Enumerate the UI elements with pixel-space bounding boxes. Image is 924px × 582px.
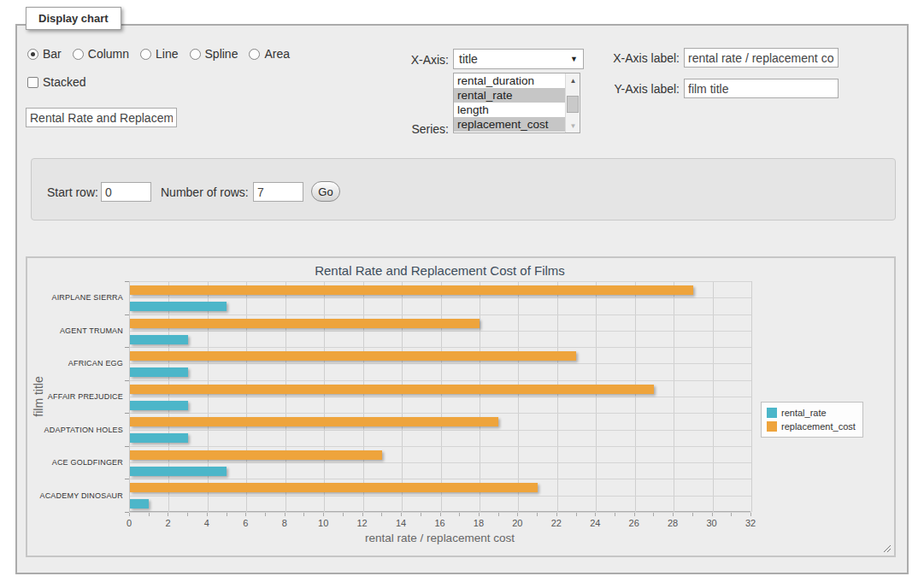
x-axis-tick	[673, 513, 674, 516]
page: Display chart Bar Column Line Spline Are…	[0, 0, 924, 582]
bar-replacement_cost[interactable]	[130, 351, 576, 361]
y-axis-tick	[125, 413, 129, 414]
x-axis-tick	[479, 513, 480, 516]
x-axis-tick	[712, 513, 713, 516]
chart-type-column[interactable]: Column	[73, 47, 129, 61]
series-option[interactable]: rental_duration	[454, 73, 566, 88]
radio-icon[interactable]	[73, 49, 84, 60]
chart-type-area-label: Area	[264, 47, 290, 61]
x-axis-tick-label: 24	[590, 518, 600, 528]
series-option[interactable]: rental_rate	[454, 88, 566, 103]
x-axis-tick-label: 28	[668, 518, 678, 528]
bar-rental_rate[interactable]	[130, 401, 188, 410]
series-option[interactable]: length	[454, 103, 566, 117]
bar-rental_rate[interactable]	[130, 335, 188, 344]
x-axis-tick	[556, 513, 557, 516]
legend-swatch	[767, 421, 777, 432]
x-axis-tick	[576, 513, 577, 516]
radio-icon[interactable]	[249, 49, 260, 60]
bar-rental_rate[interactable]	[130, 433, 188, 443]
x-axis-tick-label: 2	[165, 518, 170, 528]
gridline	[130, 430, 751, 431]
x-axis-tick-label: 8	[282, 518, 287, 528]
chart-type-bar[interactable]: Bar	[27, 47, 62, 61]
gridline	[130, 397, 751, 397]
x-axis-tick	[692, 513, 693, 516]
x-axis-label-input[interactable]	[684, 48, 839, 68]
x-axis-tick	[459, 513, 460, 516]
chart-type-radio-group: Bar Column Line Spline Area	[27, 47, 290, 61]
legend-item[interactable]: replacement_cost	[767, 420, 856, 433]
gridline	[130, 479, 751, 479]
gridline	[751, 281, 752, 512]
x-axis-tick	[421, 513, 421, 516]
gridline	[130, 347, 751, 348]
gridline	[130, 315, 751, 315]
x-axis-selected-value: title	[459, 52, 478, 66]
scroll-down-icon[interactable]: ▼	[566, 119, 580, 132]
scrollbar-thumb[interactable]	[567, 96, 579, 113]
fieldset-legend-text: Display chart	[38, 12, 109, 25]
x-axis-tick-label: 12	[357, 518, 368, 528]
x-axis-tick	[227, 513, 227, 516]
start-row-input[interactable]	[101, 182, 151, 202]
gridline	[130, 413, 751, 414]
series-option[interactable]: replacement_cost	[454, 117, 566, 132]
chart-type-area[interactable]: Area	[249, 47, 290, 61]
legend-label: replacement_cost	[781, 421, 856, 432]
x-axis-tick	[207, 513, 208, 516]
x-axis-tick-label: 14	[396, 518, 406, 528]
bar-replacement_cost[interactable]	[130, 450, 382, 460]
bar-rental_rate[interactable]	[130, 499, 149, 509]
bar-replacement_cost[interactable]	[130, 285, 693, 295]
bar-replacement_cost[interactable]	[130, 319, 480, 328]
y-axis-tick	[125, 446, 129, 447]
radio-icon[interactable]	[140, 49, 151, 60]
x-axis-tick-label: 26	[629, 518, 639, 528]
resize-handle-icon[interactable]	[882, 544, 891, 552]
chart-type-spline[interactable]: Spline	[190, 47, 238, 61]
go-button[interactable]: Go	[311, 181, 340, 202]
x-axis-tick-labels: 02468101214161820222426283032	[129, 518, 751, 529]
x-axis-tick	[303, 513, 304, 516]
chart-container: Rental Rate and Replacement Cost of Film…	[26, 256, 896, 557]
bar-replacement_cost[interactable]	[130, 417, 498, 426]
x-axis-tick	[440, 513, 441, 516]
x-axis-tick	[750, 513, 751, 516]
x-axis-tick	[149, 513, 150, 516]
chart-title-input[interactable]	[26, 108, 177, 127]
x-axis-tick	[129, 513, 130, 516]
chart-type-line-label: Line	[156, 47, 178, 61]
x-axis-ticks	[129, 513, 751, 517]
category-label: AFFAIR PREJUDICE	[27, 391, 123, 402]
category-label: AFRICAN EGG	[27, 358, 123, 368]
chart-type-column-label: Column	[88, 47, 129, 61]
category-label: AGENT TRUMAN	[27, 326, 123, 336]
stacked-checkbox-row[interactable]: Stacked	[27, 75, 86, 89]
number-of-rows-input[interactable]	[253, 182, 303, 202]
bar-replacement_cost[interactable]	[130, 483, 538, 492]
gridline	[130, 380, 751, 381]
category-label: ADAPTATION HOLES	[27, 425, 123, 435]
bar-rental_rate[interactable]	[130, 467, 227, 476]
radio-icon[interactable]	[27, 49, 38, 60]
fieldset-legend: Display chart	[26, 7, 121, 30]
bar-rental_rate[interactable]	[130, 367, 188, 377]
x-axis-tick	[401, 513, 402, 516]
bar-rental_rate[interactable]	[130, 302, 227, 311]
legend-label: rental_rate	[781, 408, 827, 418]
y-axis-tick	[125, 347, 129, 348]
x-axis-tick	[323, 513, 324, 516]
radio-icon[interactable]	[190, 49, 201, 60]
chart-type-line[interactable]: Line	[140, 47, 178, 61]
chart-plot-area	[129, 281, 750, 512]
y-axis-label-input[interactable]	[684, 79, 839, 98]
bar-replacement_cost[interactable]	[130, 385, 654, 394]
stacked-checkbox[interactable]	[27, 77, 38, 88]
x-axis-tick-label: 32	[745, 518, 756, 528]
number-of-rows-label: Number of rows:	[161, 185, 249, 199]
legend-item[interactable]: rental_rate	[767, 406, 856, 420]
start-row-label: Start row:	[47, 185, 98, 199]
gridline	[130, 297, 751, 298]
y-axis-tick	[125, 281, 129, 282]
